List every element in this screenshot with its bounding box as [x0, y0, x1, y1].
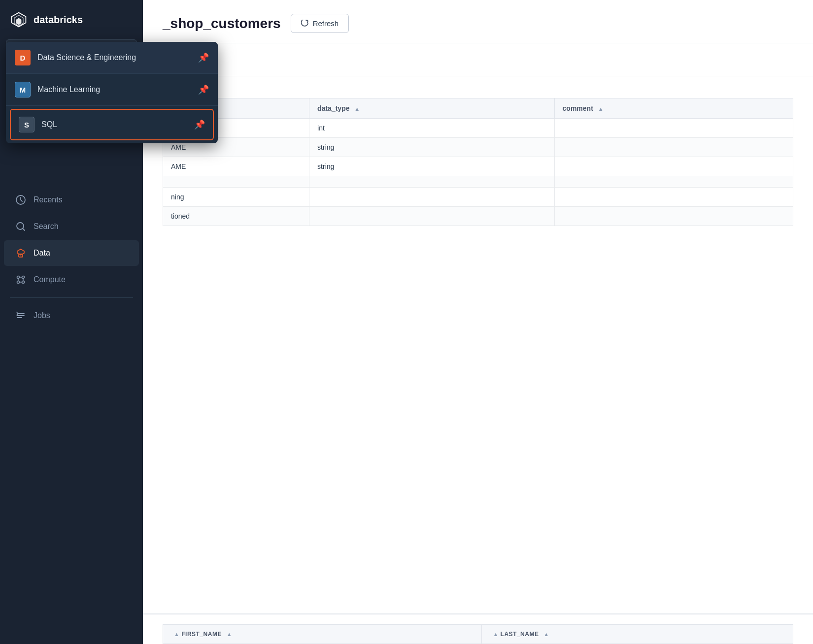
- table-header-row: e ▲ data_type ▲ comment ▲: [163, 98, 793, 119]
- cell-name-6: tioned: [163, 207, 309, 226]
- col-header-data-type: data_type ▲: [309, 98, 554, 119]
- nav-divider: [10, 297, 133, 298]
- ml-pin-icon: 📌: [198, 84, 209, 95]
- sql-pin-icon: 📌: [194, 119, 205, 130]
- page-title: _shop_customers: [163, 16, 281, 32]
- table-row: AME string: [163, 157, 793, 176]
- dse-pin-icon: 📌: [198, 52, 209, 63]
- refresh-button[interactable]: Refresh: [291, 14, 349, 33]
- workspace-dropdown: D Data Science & Engineering 📌 M Machine…: [6, 42, 218, 143]
- data-preview-table: ▲ FIRST_NAME ▲ ▲ LAST_NAME ▲: [163, 624, 793, 644]
- dropdown-item-ml[interactable]: M Machine Learning 📌: [6, 74, 218, 106]
- svg-marker-2: [16, 18, 22, 25]
- svg-point-7: [22, 276, 25, 279]
- sql-label: SQL: [41, 120, 187, 129]
- sort-arrow-comment: ▲: [598, 106, 604, 112]
- refresh-icon: [301, 20, 309, 28]
- cell-type-4: [309, 176, 554, 188]
- preview-col-lastname: ▲ LAST_NAME ▲: [482, 625, 793, 644]
- preview-header-row: ▲ FIRST_NAME ▲ ▲ LAST_NAME ▲: [163, 625, 793, 644]
- compute-icon: [15, 274, 27, 286]
- dse-label: Data Science & Engineering: [37, 53, 191, 62]
- svg-point-6: [17, 276, 20, 279]
- sub-header: | ▾: [143, 43, 813, 76]
- databricks-logo-icon: [10, 11, 28, 29]
- cell-comment-6: [554, 207, 793, 226]
- table-row: [163, 176, 793, 188]
- sidebar: databricks D Data Science & E... ▲ D Dat…: [0, 0, 143, 644]
- recents-icon: [15, 194, 27, 206]
- dse-avatar: D: [15, 50, 31, 65]
- search-icon: [15, 221, 27, 232]
- sidebar-item-compute-label: Compute: [34, 275, 66, 284]
- sort-arrow-up: ▲: [174, 631, 179, 637]
- table-row: AME string: [163, 138, 793, 157]
- logo-text: databricks: [34, 14, 83, 26]
- schema-table-section: e ▲ data_type ▲ comment ▲ int: [143, 98, 813, 594]
- cell-type-2: string: [309, 138, 554, 157]
- cell-type-5: [309, 188, 554, 207]
- sort-arrow-down-2: ▲: [543, 631, 549, 637]
- refresh-button-label: Refresh: [313, 19, 339, 28]
- sql-avatar: S: [19, 117, 34, 132]
- dropdown-item-sql-wrapper: S SQL 📌: [6, 106, 218, 143]
- breadcrumb-partial: ce1nc026: [143, 76, 813, 98]
- dropdown-item-sql[interactable]: S SQL 📌: [10, 109, 214, 140]
- schema-table: e ▲ data_type ▲ comment ▲ int: [163, 98, 793, 226]
- jobs-icon: [15, 310, 27, 322]
- cell-comment-1: [554, 119, 793, 138]
- main-content: _shop_customers Refresh | ▾ ce1nc026 e ▲: [143, 0, 813, 644]
- data-preview-section: ▲ FIRST_NAME ▲ ▲ LAST_NAME ▲: [143, 613, 813, 644]
- sidebar-item-data-label: Data: [34, 249, 50, 258]
- preview-col-firstname: ▲ FIRST_NAME ▲: [163, 625, 482, 644]
- sidebar-item-search-label: Search: [34, 222, 59, 231]
- svg-point-8: [17, 281, 20, 284]
- sort-arrow-down: ▲: [227, 631, 232, 637]
- cell-type-3: string: [309, 157, 554, 176]
- ml-avatar: M: [15, 82, 31, 97]
- dropdown-item-dse[interactable]: D Data Science & Engineering 📌: [6, 42, 218, 74]
- sort-arrow-up-2: ▲: [493, 631, 498, 637]
- cell-comment-4: [554, 176, 793, 188]
- sidebar-item-compute[interactable]: Compute: [4, 267, 139, 292]
- sort-arrow-datatype: ▲: [354, 106, 360, 112]
- table-row: ning: [163, 188, 793, 207]
- sidebar-item-jobs-label: Jobs: [34, 311, 50, 320]
- logo-area: databricks: [0, 0, 143, 39]
- svg-point-9: [22, 281, 25, 284]
- sidebar-item-search[interactable]: Search: [4, 214, 139, 239]
- page-header: _shop_customers Refresh: [143, 0, 813, 43]
- cell-name-3: AME: [163, 157, 309, 176]
- table-row: int: [163, 119, 793, 138]
- schema-table-body: int AME string AME string: [163, 119, 793, 226]
- cell-name-4: [163, 176, 309, 188]
- cell-comment-5: [554, 188, 793, 207]
- col-header-comment: comment ▲: [554, 98, 793, 119]
- cell-type-6: [309, 207, 554, 226]
- data-icon: [15, 247, 27, 259]
- table-row: tioned: [163, 207, 793, 226]
- sidebar-item-recents-label: Recents: [34, 195, 63, 204]
- sidebar-item-jobs[interactable]: Jobs: [4, 303, 139, 328]
- sidebar-item-data[interactable]: Data: [4, 240, 139, 266]
- nav-section: Recents Search Data: [0, 186, 143, 644]
- ml-label: Machine Learning: [37, 85, 191, 94]
- cell-type-1: int: [309, 119, 554, 138]
- cell-comment-3: [554, 157, 793, 176]
- cell-name-5: ning: [163, 188, 309, 207]
- sidebar-item-recents[interactable]: Recents: [4, 187, 139, 213]
- cell-comment-2: [554, 138, 793, 157]
